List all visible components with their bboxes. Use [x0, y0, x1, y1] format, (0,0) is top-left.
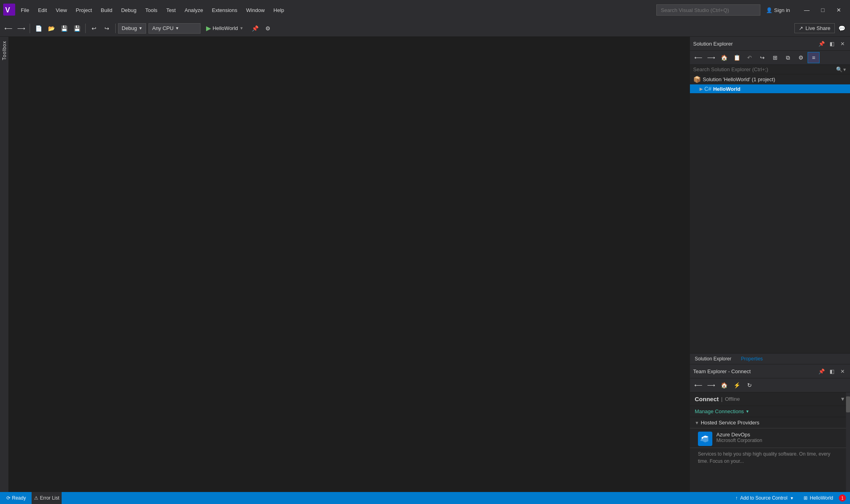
te-forward-button[interactable]: ⟶ — [705, 380, 717, 391]
sign-in-button[interactable]: 👤 Sign in — [763, 6, 793, 15]
menu-debug[interactable]: Debug — [118, 6, 140, 15]
sol-properties-button[interactable]: ≡ — [808, 52, 820, 63]
project-item[interactable]: ▶ C# HelloWorld — [690, 84, 850, 93]
solution-tree: 📦 Solution 'HelloWorld' (1 project) ▶ C#… — [690, 74, 850, 353]
search-options-icon[interactable]: ▼ — [842, 67, 847, 72]
editor-area — [9, 37, 690, 492]
te-scrollbar-thumb[interactable] — [846, 396, 850, 412]
sol-home-button[interactable]: 🏠 — [718, 52, 730, 63]
pin-button[interactable]: 📌 — [249, 23, 261, 34]
azure-devops-subtitle: Microsoft Corporation — [716, 438, 762, 443]
error-list-button[interactable]: ⚠ Error List — [32, 492, 62, 504]
redo-button[interactable]: ↪ — [101, 23, 113, 34]
hello-world-status[interactable]: ⊞ HelloWorld — [800, 492, 837, 504]
te-offline-label: Offline — [725, 396, 740, 402]
tab-properties[interactable]: Properties — [736, 354, 768, 364]
undo-button[interactable]: ↩ — [88, 23, 100, 34]
te-connect-icon-btn[interactable]: ⚡ — [731, 380, 743, 391]
menu-tools[interactable]: Tools — [142, 6, 160, 15]
feedback-button[interactable]: 💬 — [836, 23, 848, 34]
menu-project[interactable]: Project — [72, 6, 95, 15]
tab-solution-explorer[interactable]: Solution Explorer — [690, 354, 736, 364]
azure-devops-item: Azure DevOps Microsoft Corporation — [690, 428, 850, 448]
menu-view[interactable]: View — [52, 6, 70, 15]
new-project-button[interactable]: 📄 — [32, 23, 44, 34]
config-button[interactable]: ⚙ — [262, 23, 274, 34]
sol-copy-button[interactable]: ⧉ — [782, 52, 794, 63]
te-connect-header: Connect | Offline ▼ — [690, 392, 850, 406]
open-file-button[interactable]: 📂 — [45, 23, 57, 34]
debug-config-dropdown[interactable]: Debug ▼ — [118, 23, 146, 34]
run-dropdown-arrow[interactable]: ▼ — [240, 26, 244, 30]
live-share-button[interactable]: ↗ Live Share — [794, 23, 835, 33]
azure-devops-desc: Services to help you ship high quality s… — [690, 448, 850, 467]
team-explorer-title: Team Explorer - Connect — [693, 368, 816, 374]
separator-1 — [30, 24, 30, 33]
add-source-control-button[interactable]: ↑ Add to Source Control ▼ — [732, 492, 798, 504]
platform-dropdown[interactable]: Any CPU ▼ — [148, 23, 200, 34]
save-all-button[interactable]: 💾 — [71, 23, 83, 34]
live-share-icon: ↗ — [799, 25, 803, 31]
solution-explorer-title: Solution Explorer — [693, 41, 816, 47]
sol-exp-pin-button[interactable]: 📌 — [817, 39, 826, 48]
te-home-button[interactable]: 🏠 — [718, 380, 730, 391]
sol-show-all-button[interactable]: 📋 — [731, 52, 743, 63]
toolbox-label[interactable]: Toolbox — [2, 41, 7, 60]
sol-sync-button[interactable]: ⊞ — [769, 52, 781, 63]
menu-analyze[interactable]: Analyze — [181, 6, 206, 15]
sol-exp-close-button[interactable]: ✕ — [838, 39, 847, 48]
maximize-button[interactable]: □ — [815, 4, 831, 16]
te-close-button[interactable]: ✕ — [838, 367, 847, 376]
sol-undo-button[interactable]: ↪ — [756, 52, 768, 63]
global-search-input[interactable] — [656, 4, 760, 16]
solution-explorer-search-input[interactable] — [693, 66, 836, 72]
solution-explorer-header: Solution Explorer 📌 ◧ ✕ — [690, 37, 850, 51]
save-button[interactable]: 💾 — [58, 23, 70, 34]
title-bar: V File Edit View Project Build Debug Too… — [0, 0, 850, 20]
error-list-label: Error List — [40, 495, 60, 501]
menu-file[interactable]: File — [18, 6, 32, 15]
te-back-button[interactable]: ⟵ — [692, 380, 704, 391]
expand-arrow-icon[interactable]: ▶ — [700, 86, 703, 92]
status-left: ⟳ Ready — [4, 492, 28, 504]
te-refresh-button[interactable]: ↻ — [744, 380, 756, 391]
menu-edit[interactable]: Edit — [35, 6, 50, 15]
ready-status[interactable]: ⟳ Ready — [4, 492, 28, 504]
sol-forward-button[interactable]: ⟶ — [705, 52, 717, 63]
search-icon[interactable]: 🔍 — [836, 66, 842, 72]
te-dropdown-arrow-icon[interactable]: ▼ — [840, 396, 845, 402]
te-pin-button[interactable]: 📌 — [817, 367, 826, 376]
source-control-dropdown-icon: ▼ — [790, 496, 794, 500]
menu-help[interactable]: Help — [270, 6, 287, 15]
notification-badge[interactable]: 1 — [839, 494, 846, 502]
te-auto-hide-button[interactable]: ◧ — [828, 367, 836, 376]
te-scrollbar[interactable] — [846, 392, 850, 492]
sol-back-button[interactable]: ⟵ — [692, 52, 704, 63]
manage-connections-button[interactable]: Manage Connections ▼ — [690, 406, 850, 417]
sol-exp-auto-hide-button[interactable]: ◧ — [828, 39, 836, 48]
sol-settings-button[interactable]: ⚙ — [795, 52, 807, 63]
forward-button[interactable]: ⟶ — [15, 23, 27, 34]
toolbox-sidebar[interactable]: Toolbox — [0, 37, 9, 492]
collapse-arrow-icon[interactable]: ▼ — [695, 420, 699, 425]
close-button[interactable]: ✕ — [831, 4, 847, 16]
svg-text:V: V — [5, 6, 10, 14]
sol-refresh-button[interactable]: ↶ — [744, 52, 756, 63]
hello-world-label: HelloWorld — [810, 495, 833, 501]
error-list-icon: ⚠ — [34, 495, 38, 501]
run-button[interactable]: ▶ HelloWorld ▼ — [203, 24, 247, 33]
team-explorer-toolbar: ⟵ ⟶ 🏠 ⚡ ↻ — [690, 378, 850, 392]
manage-connections-arrow-icon: ▼ — [746, 409, 750, 414]
solution-icon: 📦 — [693, 76, 701, 83]
toolbar: ⟵ ⟶ 📄 📂 💾 💾 ↩ ↪ Debug ▼ Any CPU ▼ ▶ Hell… — [0, 20, 850, 37]
menu-build[interactable]: Build — [98, 6, 116, 15]
te-connect-label: Connect — [695, 396, 719, 402]
status-icon: ⟳ — [6, 495, 10, 501]
back-button[interactable]: ⟵ — [2, 23, 14, 34]
menu-window[interactable]: Window — [243, 6, 268, 15]
menu-extensions[interactable]: Extensions — [208, 6, 241, 15]
menu-test[interactable]: Test — [163, 6, 179, 15]
solution-root-item[interactable]: 📦 Solution 'HelloWorld' (1 project) — [690, 74, 850, 84]
minimize-button[interactable]: — — [799, 4, 815, 16]
solution-explorer-panel: Solution Explorer 📌 ◧ ✕ ⟵ ⟶ 🏠 📋 ↶ ↪ ⊞ ⧉ … — [690, 37, 850, 364]
